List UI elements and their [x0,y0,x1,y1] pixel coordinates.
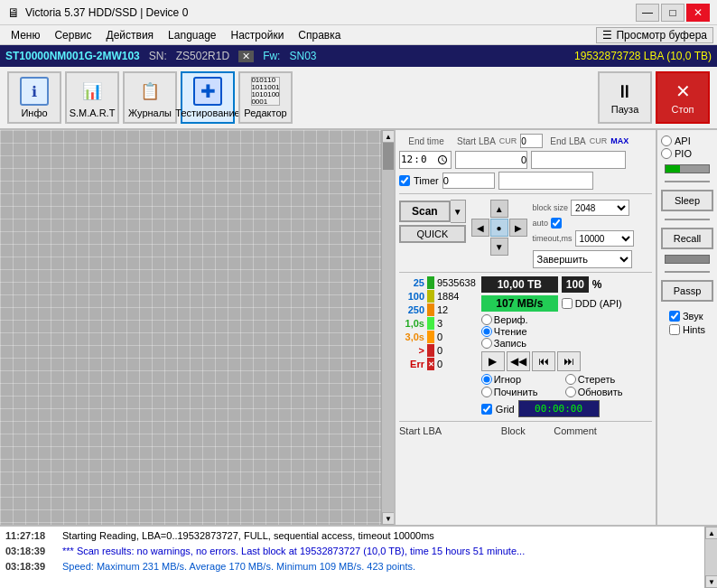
logs-label: Журналы [128,107,172,118]
sound-checkbox[interactable] [669,311,680,322]
start-lba-big[interactable]: 0 [498,172,593,190]
time-input[interactable] [399,151,452,169]
update-radio[interactable] [565,387,576,397]
play-button[interactable]: ▶ [481,351,505,371]
timeout-select[interactable]: 10000500030000 [575,230,634,247]
scroll-track[interactable] [382,143,394,512]
pause-button[interactable]: ⏸ Пауза [598,71,652,124]
test-button[interactable]: ✚ Тестирование [181,71,235,124]
drive-close-button[interactable]: ✕ [238,51,254,62]
auto-checkbox[interactable] [551,218,562,229]
grid-display: 00:00:00 [518,400,600,417]
ddd-api-checkbox[interactable] [562,298,573,309]
capacity-row: 10,00 TB 100 % [481,276,652,293]
update-label: Обновить [578,387,623,397]
speed-row: 107 MB/s DDD (API) [481,295,652,312]
indicator-2 [665,255,710,264]
start-lba-input[interactable] [455,151,527,169]
ddd-options: DDD (API) [562,298,622,309]
scroll-up-button[interactable]: ▲ [382,130,394,143]
scan-dropdown-button[interactable]: ▼ [451,200,466,223]
col-block: Block [501,425,550,436]
log-area: 11:27:18 Starting Reading, LBA=0..195328… [0,525,717,588]
stat-count-1s: 3 [437,318,442,329]
log-scroll-up[interactable]: ▲ [705,527,717,539]
quick-button[interactable]: QUICK [399,225,466,243]
dir-left-button[interactable]: ◀ [471,219,489,237]
stat-row-1s: 1,0s 3 [399,317,476,330]
grid-checkbox[interactable] [481,404,492,415]
close-button[interactable]: ✕ [686,4,710,22]
rewind-button[interactable]: ◀◀ [507,351,530,371]
repair-radio[interactable] [481,387,492,397]
scan-button[interactable]: Scan [399,201,451,222]
pio-radio[interactable] [661,148,672,159]
hints-option: Hints [669,324,705,335]
log-scrollbar: ▲ ▼ [704,527,717,588]
complete-select[interactable]: Завершить [533,250,632,268]
dir-right-button[interactable]: ▶ [509,219,527,237]
menu-item-settings[interactable]: Настройки [224,27,292,43]
sleep-button[interactable]: Sleep [661,190,713,211]
log-scroll-track[interactable] [705,539,717,575]
pause-icon: ⏸ [616,81,634,102]
menu-right: ☰ Просмотр буфера [596,27,713,43]
editor-label: Редактор [244,107,286,118]
cur-label-1: CUR [499,136,517,145]
read-radio[interactable] [481,326,492,337]
info-button[interactable]: ℹ Инфо [7,71,61,124]
hints-checkbox[interactable] [669,324,680,335]
start-lba-cur-input[interactable] [520,134,543,148]
block-size-select[interactable]: 204851210244096 [571,200,629,216]
drive-sn-label: SN: [149,50,167,62]
far-right-panel: API PIO Sleep Recall Passp Звук [656,130,717,525]
speed-display: 107 MB/s [481,295,558,312]
end-lba-display[interactable]: 19532873727 [531,151,626,169]
dir-down-button[interactable]: ▼ [490,238,508,256]
stat-row-3s: 3,0s 0 [399,331,476,343]
skip-next-button[interactable]: ⏭ [557,351,581,371]
editor-button[interactable]: 010110101100110101000001 Редактор [238,71,293,124]
direction-pad: ▲ ◀ ● ▶ ▼ [471,200,527,256]
speed-options: 10,00 TB 100 % 107 MB/s DDD (API) [481,276,652,417]
skip-prev-button[interactable]: ⏮ [532,351,555,371]
log-msg-1: Starting Reading, LBA=0..19532873727, FU… [62,528,434,543]
minimize-button[interactable]: — [636,4,659,22]
recall-button[interactable]: Recall [661,228,713,249]
verify-radio[interactable] [481,314,492,325]
timer-checkbox[interactable] [399,175,410,186]
log-line-2: 03:18:39 *** Scan results: no warnings, … [5,544,699,558]
buffer-icon: ☰ [602,29,612,42]
timer-input[interactable] [442,173,495,189]
logs-button[interactable]: 📋 Журналы [123,71,177,124]
stop-button[interactable]: ✕ Стоп [656,71,710,124]
sound-option: Звук [669,311,705,322]
smart-icon: 📊 [78,77,107,106]
dir-up-button[interactable]: ▲ [490,200,508,218]
dir-center-button[interactable]: ● [490,219,508,237]
smart-button[interactable]: 📊 S.M.A.R.T [65,71,119,124]
log-msg-2: *** Scan results: no warnings, no errors… [62,544,525,558]
log-scroll-down[interactable]: ▼ [705,575,717,588]
api-radio[interactable] [661,135,672,146]
menu-item-service[interactable]: Сервис [47,27,98,43]
stat-threshold-3s: 3,0s [399,331,424,342]
passp-button[interactable]: Passp [661,280,713,302]
hints-label: Hints [683,324,705,335]
erase-radio[interactable] [565,374,576,385]
scroll-down-button[interactable]: ▼ [382,512,394,525]
ind-inactive [680,165,709,173]
api-pio-section: API PIO [661,135,713,159]
info-label: Инфо [21,107,47,118]
menu-item-actions[interactable]: Действия [99,27,162,43]
write-radio[interactable] [481,338,492,349]
menu-item-language[interactable]: Language [161,27,223,43]
buffer-view-button[interactable]: ☰ Просмотр буфера [596,27,713,43]
menu-item-menu[interactable]: Меню [4,27,47,43]
maximize-button[interactable]: □ [661,4,684,22]
menu-item-help[interactable]: Справка [291,27,348,43]
stat-threshold-1s: 1,0s [399,318,424,329]
sound-hints: Звук Hints [669,311,705,335]
scan-grid [0,130,381,525]
ignore-radio[interactable] [481,374,492,385]
